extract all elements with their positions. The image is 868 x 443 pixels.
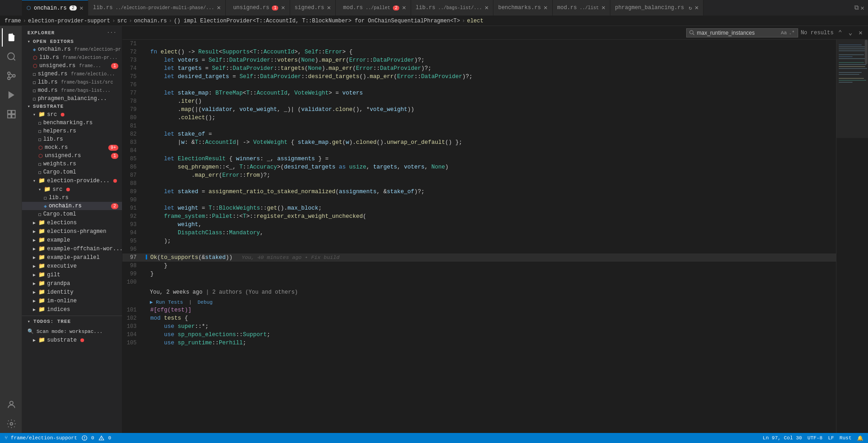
error-count[interactable]: 0 (82, 435, 94, 441)
activity-extensions[interactable] (2, 105, 20, 123)
svg-rect-34 (836, 40, 868, 138)
close-btn[interactable]: ✕ (402, 5, 406, 11)
match-case-btn[interactable]: Aa (781, 30, 787, 36)
notifications-btn[interactable]: 🔔 (857, 435, 863, 441)
election-provider-folder[interactable]: ▾ 📁 election-provide... (22, 176, 122, 185)
activity-settings[interactable] (2, 415, 20, 433)
activity-search[interactable] (2, 47, 20, 66)
svg-rect-11 (11, 115, 15, 118)
find-close-btn[interactable]: ✕ (857, 28, 864, 37)
find-input[interactable] (697, 30, 779, 36)
tab-benchmarks-rs[interactable]: benchmarks.rs ✕ (493, 0, 552, 16)
find-next-btn[interactable]: ⌄ (847, 28, 854, 37)
executive-folder[interactable]: ▶ 📁 executive (22, 262, 122, 270)
close-btn[interactable]: ✕ (217, 5, 221, 11)
file-name: weights.rs (43, 161, 76, 167)
breadcrumb-election[interactable]: election-provider-support (28, 18, 110, 24)
example-parallel-folder[interactable]: ▶ 📁 example-parallel (22, 253, 122, 262)
close-btn[interactable]: ✕ (602, 5, 605, 11)
warning-count[interactable]: 0 (99, 435, 111, 441)
open-editor-unsigned[interactable]: ⬡ unsigned.rs frame... 1 (22, 62, 122, 70)
todos-substrate-item[interactable]: ▶ 📁 substrate (22, 336, 122, 344)
tab-onchain-rs[interactable]: ⬡ onchain.rs 2 ✕ (22, 0, 88, 16)
activity-explorer[interactable] (2, 28, 20, 47)
git-branch[interactable]: ⑂ frame/election-support (5, 435, 77, 441)
tab-signed-rs[interactable]: signed.rs ✕ (290, 0, 336, 16)
run-tests-link[interactable]: ▶ Run Tests (150, 300, 183, 305)
election-lib-rs[interactable]: ◻ lib.rs (22, 194, 122, 202)
line-ending[interactable]: LF (828, 435, 834, 441)
breadcrumb-impl[interactable]: () impl ElectionProvider<T::AccountId, T… (174, 18, 460, 24)
open-editor-onchain[interactable]: ◈ onchain.rs frame/election-pr... 2 (22, 45, 122, 53)
breadcrumb-file[interactable]: onchain.rs (134, 18, 167, 24)
src-folder[interactable]: ▾ 📁 src (22, 110, 122, 119)
lib-rs[interactable]: ◻ lib.rs (22, 135, 122, 143)
split-editor-btn[interactable]: ⧉ (854, 4, 859, 11)
open-editor-mod[interactable]: ◻ mod.rs frame/bags-list... (22, 86, 122, 95)
tab-phragmen[interactable]: phragmen_balancing.rs ↻ ✕ (610, 0, 704, 16)
sidebar-more-btn[interactable]: ··· (106, 30, 116, 36)
tab-unsigned-rs[interactable]: unsigned.rs 1 ✕ (226, 0, 290, 16)
elections-phragmen-folder[interactable]: ▶ 📁 elections-phragmen (22, 227, 122, 236)
example-offchain-folder[interactable]: ▶ 📁 example-offchain-wor... (22, 244, 122, 253)
gilt-folder[interactable]: ▶ 📁 gilt (22, 270, 122, 279)
todos-label: TODOS: TREE (33, 319, 71, 324)
open-editors-header[interactable]: ▾ OPEN EDITORS (22, 38, 122, 45)
weights-rs[interactable]: ◻ weights.rs (22, 160, 122, 168)
svg-rect-10 (11, 111, 15, 114)
code-editor[interactable]: 71 72 fn elect() -> Result<Supports<T::A… (122, 40, 836, 433)
codelens: ▶ Run Tests | Debug (122, 298, 836, 306)
more-tabs-btn[interactable]: ✕ (861, 4, 864, 12)
unsigned-rs-src[interactable]: ⬡ unsigned.rs 1 (22, 152, 122, 160)
close-btn[interactable]: ✕ (695, 5, 699, 11)
folder-name: grandpa (47, 280, 70, 287)
cursor-position[interactable]: Ln 97, Col 30 (763, 435, 802, 441)
tab-mod-rs-pallet[interactable]: mod.rs ../pallet 2 ✕ (336, 0, 411, 16)
close-btn[interactable]: ✕ (544, 5, 547, 11)
benchmarking-rs[interactable]: ◻ benchmarking.rs (22, 119, 122, 127)
election-cargo[interactable]: ◻ Cargo.toml (22, 210, 122, 218)
indices-folder[interactable]: ▶ 📁 indices (22, 305, 122, 314)
close-btn[interactable]: ✕ (485, 5, 488, 11)
helpers-rs[interactable]: ◻ helpers.rs (22, 127, 122, 135)
elections-folder[interactable]: ▶ 📁 elections (22, 218, 122, 227)
tab-lib-rs-election[interactable]: lib.rs ../election-provider-multi-phase/… (88, 0, 226, 16)
code-line: 84 (122, 147, 836, 155)
close-btn[interactable]: ✕ (327, 5, 331, 11)
folder-icon: 📁 (38, 263, 45, 269)
grandpa-folder[interactable]: ▶ 📁 grandpa (22, 279, 122, 288)
debug-link[interactable]: Debug (197, 300, 212, 305)
breadcrumb-elect[interactable]: elect (467, 18, 483, 24)
find-prev-btn[interactable]: ⌃ (836, 28, 844, 37)
mock-rs[interactable]: ⬡ mock.rs 9+ (22, 143, 122, 152)
tab-lib-rs-bags[interactable]: lib.rs ../bags-list/... ✕ (411, 0, 494, 16)
open-editor-phragmen[interactable]: ◻ phragmen_balancing... (22, 95, 122, 103)
open-editor-lib-bags[interactable]: ◻ lib.rs frame/bags-list/src (22, 78, 122, 86)
breadcrumb-src[interactable]: src (117, 18, 127, 24)
refresh-icon[interactable]: ↻ (688, 5, 692, 11)
tab-mod-rs-list[interactable]: mod.rs ../list ✕ (553, 0, 611, 16)
election-src-folder[interactable]: ▾ 📁 src (22, 185, 122, 194)
open-editor-signed[interactable]: ◻ signed.rs frame/electio... (22, 70, 122, 78)
file-error-icon: ⬡ (38, 153, 43, 159)
file-icon: ◻ (38, 169, 42, 175)
todos-header[interactable]: ▾ TODOS: TREE (22, 316, 122, 327)
breadcrumb-frame[interactable]: frame (5, 18, 21, 24)
open-editor-lib[interactable]: ⬡ lib.rs frame/election-pr... (22, 53, 122, 62)
language-mode[interactable]: Rust (840, 435, 852, 441)
substrate-header[interactable]: ▾ SUBSTRATE (22, 103, 122, 110)
activity-accounts[interactable] (2, 396, 20, 414)
close-btn[interactable]: ✕ (281, 5, 285, 11)
tab-close-btn[interactable]: ✕ (79, 5, 83, 11)
activity-run[interactable] (2, 86, 20, 104)
file-path: frame/election-pr... (74, 47, 122, 52)
example-folder[interactable]: ▶ 📁 example (22, 236, 122, 244)
election-onchain-rs[interactable]: ◈ onchain.rs 2 (22, 202, 122, 210)
file-name: mock.rs (45, 144, 68, 151)
activity-scm[interactable] (2, 67, 20, 85)
regex-btn[interactable]: .* (789, 30, 794, 36)
im-online-folder[interactable]: ▶ 📁 im-online (22, 296, 122, 305)
encoding[interactable]: UTF-8 (807, 435, 822, 441)
cargo-toml[interactable]: ◻ Cargo.toml (22, 168, 122, 176)
identity-folder[interactable]: ▶ 📁 identity (22, 288, 122, 296)
